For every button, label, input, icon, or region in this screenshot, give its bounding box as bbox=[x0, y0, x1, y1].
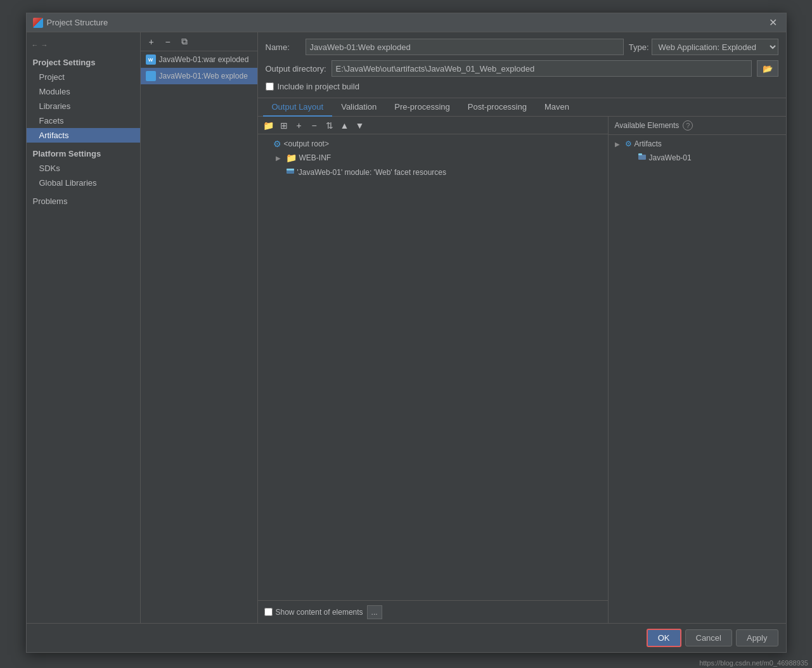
title-bar: Project Structure ✕ bbox=[27, 13, 786, 32]
help-icon[interactable]: ? bbox=[683, 120, 693, 131]
tree-item-webinf[interactable]: ▶ 📁 WEB-INF bbox=[258, 151, 608, 165]
available-elements-label: Available Elements bbox=[615, 121, 680, 130]
output-folder-btn[interactable]: 📁 bbox=[262, 119, 276, 132]
svg-rect-0 bbox=[147, 72, 155, 78]
tree-arrow-webinf[interactable]: ▶ bbox=[276, 155, 283, 162]
ok-button[interactable]: OK bbox=[647, 629, 681, 647]
output-tree-content: ⚙ <output root> ▶ 📁 WEB-INF bbox=[258, 134, 608, 600]
output-root-label: <output root> bbox=[284, 139, 329, 148]
output-dir-row: Output directory: 📂 bbox=[266, 60, 778, 77]
ellipsis-button[interactable]: ... bbox=[367, 605, 382, 619]
name-label: Name: bbox=[266, 42, 300, 52]
artifact-avail-icon: ⚙ bbox=[625, 139, 632, 148]
sidebar-item-modules[interactable]: Modules bbox=[27, 84, 140, 99]
content-panel: Name: Type: Web Application: Exploded Ou… bbox=[258, 32, 786, 623]
include-build-label[interactable]: Include in project build bbox=[278, 82, 359, 91]
tab-post-processing[interactable]: Post-processing bbox=[459, 98, 536, 117]
available-elements-header: Available Elements ? bbox=[609, 117, 786, 135]
project-settings-label: Project Settings bbox=[27, 53, 140, 70]
copy-artifact-button[interactable]: ⧉ bbox=[177, 35, 191, 49]
show-content-wrapper: Show content of elements bbox=[264, 608, 363, 617]
sidebar-item-problems[interactable]: Problems bbox=[27, 190, 140, 209]
artifact-items: W JavaWeb-01:war exploded JavaWeb-01:Web… bbox=[141, 51, 257, 623]
show-content-checkbox[interactable] bbox=[264, 608, 273, 616]
artifact-war-label: JavaWeb-01:war exploded bbox=[159, 55, 249, 64]
tabs-bar: Output Layout Validation Pre-processing … bbox=[258, 98, 786, 117]
tree-item-output-root[interactable]: ⚙ <output root> bbox=[258, 137, 608, 151]
artifact-list-panel: + − ⧉ W JavaWeb-01:war exploded bbox=[141, 32, 258, 623]
output-add-btn[interactable]: + bbox=[292, 119, 306, 132]
artifact-item-war[interactable]: W JavaWeb-01:war exploded bbox=[141, 51, 257, 68]
folder-icon: 📁 bbox=[286, 153, 297, 163]
tab-validation[interactable]: Validation bbox=[332, 98, 385, 117]
output-dir-label: Output directory: bbox=[266, 64, 326, 74]
sidebar-item-global-libraries[interactable]: Global Libraries bbox=[27, 176, 140, 190]
svg-rect-6 bbox=[638, 153, 642, 155]
tree-item-module-facet[interactable]: 'JavaWeb-01' module: 'Web' facet resourc… bbox=[258, 165, 608, 179]
artifact-web-label: JavaWeb-01:Web explode bbox=[159, 72, 248, 80]
tab-pre-processing[interactable]: Pre-processing bbox=[385, 98, 458, 117]
sidebar-item-facets[interactable]: Facets bbox=[27, 113, 140, 128]
output-sort-btn[interactable]: ⇅ bbox=[323, 119, 337, 132]
platform-settings-label: Platform Settings bbox=[27, 143, 140, 161]
bottom-bar: Show content of elements ... bbox=[258, 600, 608, 623]
output-tree-section: 📁 ⊞ + − ⇅ ▲ ▼ ⚙ <output root> bbox=[258, 117, 609, 623]
avail-javaweb-project[interactable]: JavaWeb-01 bbox=[609, 150, 786, 165]
cancel-button[interactable]: Cancel bbox=[685, 629, 732, 646]
module-icon bbox=[286, 167, 295, 177]
remove-artifact-button[interactable]: − bbox=[161, 35, 175, 49]
tree-arrow-module bbox=[276, 169, 283, 176]
url-bar: https://blog.csdn.net/m0_46988935 bbox=[695, 658, 812, 668]
include-build-checkbox[interactable] bbox=[266, 82, 274, 91]
webinf-label: WEB-INF bbox=[299, 153, 332, 162]
output-down-btn[interactable]: ▼ bbox=[353, 119, 367, 132]
sidebar-item-artifacts[interactable]: Artifacts bbox=[27, 128, 140, 143]
type-select[interactable]: Web Application: Exploded bbox=[652, 39, 778, 55]
form-section: Name: Type: Web Application: Exploded Ou… bbox=[258, 32, 786, 98]
sidebar-item-project[interactable]: Project bbox=[27, 70, 140, 84]
output-remove-btn[interactable]: − bbox=[307, 119, 321, 132]
name-input[interactable] bbox=[306, 39, 624, 55]
output-up-btn[interactable]: ▲ bbox=[338, 119, 352, 132]
available-elements-section: Available Elements ? ▶ ⚙ Artifacts bbox=[609, 117, 786, 623]
avail-artifacts-arrow[interactable]: ▶ bbox=[615, 141, 622, 148]
avail-project-arrow bbox=[628, 154, 635, 161]
show-content-label[interactable]: Show content of elements bbox=[276, 608, 363, 617]
project-structure-dialog: Project Structure ✕ ← → Project Settings… bbox=[26, 13, 787, 653]
main-content: ← → Project Settings Project Modules Lib… bbox=[27, 32, 786, 623]
avail-javaweb-label: JavaWeb-01 bbox=[649, 153, 692, 162]
module-facet-label: 'JavaWeb-01' module: 'Web' facet resourc… bbox=[297, 168, 447, 177]
browse-button[interactable]: 📂 bbox=[757, 60, 778, 77]
artifact-item-web[interactable]: JavaWeb-01:Web explode bbox=[141, 68, 257, 84]
output-dir-input[interactable] bbox=[332, 60, 752, 77]
type-wrapper: Type: Web Application: Exploded bbox=[629, 39, 778, 55]
output-layout-btn[interactable]: ⊞ bbox=[277, 119, 291, 132]
available-content: ▶ ⚙ Artifacts bbox=[609, 135, 786, 623]
svg-rect-4 bbox=[287, 169, 294, 170]
avail-artifacts-group[interactable]: ▶ ⚙ Artifacts bbox=[609, 138, 786, 150]
sidebar: ← → Project Settings Project Modules Lib… bbox=[27, 32, 141, 623]
war-icon: W bbox=[146, 55, 156, 65]
output-area: 📁 ⊞ + − ⇅ ▲ ▼ ⚙ <output root> bbox=[258, 117, 786, 623]
include-build-row: Include in project build bbox=[266, 82, 778, 91]
tree-arrow-empty bbox=[263, 141, 271, 148]
svg-rect-5 bbox=[638, 155, 646, 160]
output-root-icon: ⚙ bbox=[273, 139, 281, 149]
tab-output-layout[interactable]: Output Layout bbox=[263, 98, 333, 117]
sidebar-item-libraries[interactable]: Libraries bbox=[27, 99, 140, 113]
forward-arrow[interactable]: → bbox=[41, 41, 48, 49]
sidebar-item-sdks[interactable]: SDKs bbox=[27, 161, 140, 176]
add-artifact-button[interactable]: + bbox=[145, 35, 158, 49]
svg-rect-2 bbox=[148, 78, 153, 79]
app-icon bbox=[33, 18, 43, 28]
name-row: Name: Type: Web Application: Exploded bbox=[266, 39, 778, 55]
apply-button[interactable]: Apply bbox=[736, 629, 778, 646]
web-icon bbox=[146, 71, 156, 81]
nav-row: ← → bbox=[27, 37, 140, 53]
title-bar-left: Project Structure bbox=[33, 18, 108, 28]
back-arrow[interactable]: ← bbox=[32, 41, 39, 49]
avail-project-icon bbox=[638, 152, 647, 163]
tab-maven[interactable]: Maven bbox=[536, 98, 578, 117]
close-button[interactable]: ✕ bbox=[767, 16, 780, 29]
artifact-toolbar: + − ⧉ bbox=[141, 32, 257, 51]
